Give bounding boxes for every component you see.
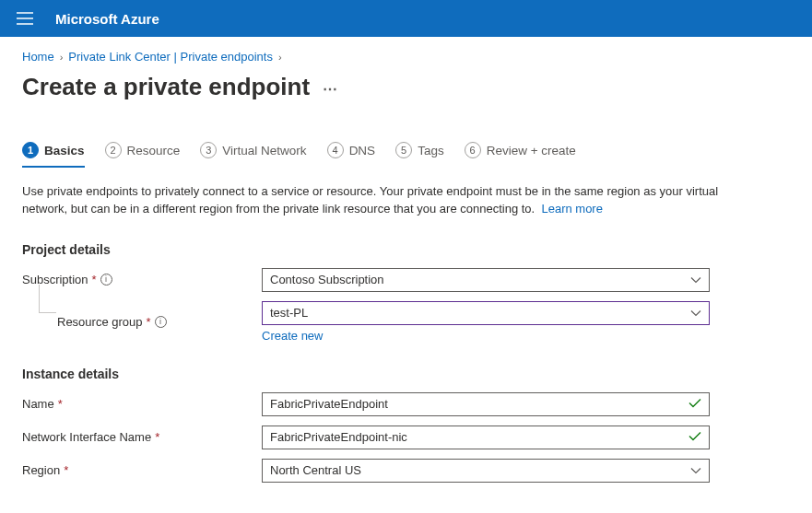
select-value: Contoso Subscription (270, 273, 384, 286)
tab-label: DNS (349, 144, 376, 157)
tab-label: Review + create (487, 144, 576, 157)
chevron-right-icon: › (60, 52, 64, 63)
label-resource-group: Resource group * i (57, 315, 262, 329)
intro-text: Use private endpoints to privately conne… (22, 183, 723, 218)
step-number: 4 (327, 142, 344, 158)
name-input[interactable]: FabricPrivateEndpoint (262, 392, 710, 416)
tab-review-create[interactable]: 6 Review + create (465, 142, 576, 168)
select-value: test-PL (270, 306, 308, 320)
row-subscription: Subscription * i Contoso Subscription (22, 268, 790, 292)
label-text: Resource group (57, 315, 143, 329)
info-icon[interactable]: i (155, 316, 167, 328)
required-icon: * (155, 430, 159, 444)
section-project-details: Project details (22, 242, 790, 257)
page-title: Create a private endpoint ⋯ (22, 73, 790, 101)
tab-basics[interactable]: 1 Basics (22, 142, 85, 168)
more-icon[interactable]: ⋯ (323, 80, 338, 98)
label-subscription: Subscription * i (22, 273, 262, 286)
checkmark-icon (688, 430, 701, 444)
resource-group-select[interactable]: test-PL (262, 301, 710, 325)
brand-label: Microsoft Azure (55, 11, 159, 27)
label-region: Region * (22, 463, 262, 477)
region-select[interactable]: North Central US (262, 459, 710, 483)
step-number: 6 (465, 142, 481, 158)
label-nic-name: Network Interface Name * (22, 430, 262, 444)
breadcrumb-home[interactable]: Home (22, 50, 54, 64)
create-new-link[interactable]: Create new (262, 329, 323, 343)
wizard-tabs: 1 Basics 2 Resource 3 Virtual Network 4 … (22, 142, 790, 169)
tab-label: Tags (418, 144, 444, 157)
row-resource-group: Resource group * i test-PL Create new (22, 301, 790, 343)
tab-label: Resource (127, 144, 181, 157)
required-icon: * (147, 315, 151, 329)
required-icon: * (64, 463, 68, 477)
breadcrumb: Home › Private Link Center | Private end… (22, 50, 790, 64)
checkmark-icon (688, 397, 701, 411)
menu-icon[interactable] (17, 12, 33, 25)
required-icon: * (92, 273, 97, 286)
chevron-right-icon: › (278, 52, 282, 63)
step-number: 2 (105, 142, 122, 158)
label-text: Network Interface Name (22, 430, 151, 444)
top-bar: Microsoft Azure (0, 0, 812, 37)
intro-body: Use private endpoints to privately conne… (22, 184, 718, 216)
nic-name-input[interactable]: FabricPrivateEndpoint-nic (262, 426, 710, 449)
page-content: Home › Private Link Center | Private end… (0, 37, 812, 513)
page-title-text: Create a private endpoint (22, 73, 310, 101)
label-text: Region (22, 463, 60, 477)
step-number: 1 (22, 142, 39, 158)
label-name: Name * (22, 397, 262, 411)
required-icon: * (58, 397, 63, 411)
step-number: 3 (200, 142, 217, 158)
tab-label: Basics (44, 144, 85, 157)
tab-tags[interactable]: 5 Tags (395, 142, 444, 168)
chevron-down-icon (690, 463, 701, 477)
chevron-down-icon (690, 306, 701, 320)
select-value: North Central US (270, 463, 361, 477)
tab-virtual-network[interactable]: 3 Virtual Network (200, 142, 306, 168)
input-value: FabricPrivateEndpoint (270, 397, 388, 411)
tab-resource[interactable]: 2 Resource (105, 142, 181, 168)
section-instance-details: Instance details (22, 367, 790, 381)
chevron-down-icon (690, 273, 701, 286)
subscription-select[interactable]: Contoso Subscription (262, 268, 710, 292)
row-nic-name: Network Interface Name * FabricPrivateEn… (22, 426, 790, 449)
row-name: Name * FabricPrivateEndpoint (22, 392, 790, 416)
info-icon[interactable]: i (100, 274, 112, 286)
tab-dns[interactable]: 4 DNS (327, 142, 376, 168)
step-number: 5 (395, 142, 412, 158)
tab-label: Virtual Network (222, 144, 306, 157)
breadcrumb-section[interactable]: Private Link Center | Private endpoints (68, 50, 273, 64)
label-text: Name (22, 397, 54, 411)
learn-more-link[interactable]: Learn more (541, 202, 602, 216)
row-region: Region * North Central US (22, 459, 790, 483)
input-value: FabricPrivateEndpoint-nic (270, 430, 407, 444)
